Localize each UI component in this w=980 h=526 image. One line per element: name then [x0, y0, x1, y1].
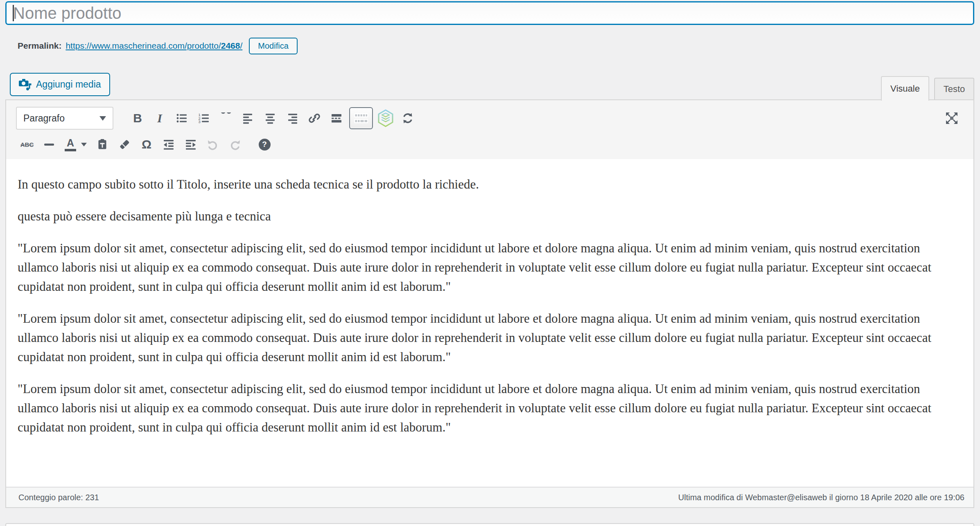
indent-button[interactable] — [180, 134, 202, 155]
distraction-free-button[interactable] — [941, 108, 963, 129]
eraser-icon — [118, 138, 131, 151]
read-more-icon — [330, 112, 343, 124]
add-media-label: Aggiungi media — [36, 79, 101, 90]
media-icon — [19, 78, 32, 91]
permalink-label: Permalink: — [18, 41, 61, 51]
editor-paragraph: "Lorem ipsum dolor sit amet, consectetur… — [18, 309, 961, 366]
word-count: Conteggio parole: 231 — [18, 493, 99, 502]
outdent-button[interactable] — [158, 134, 180, 155]
align-left-button[interactable] — [237, 108, 259, 129]
plugin-hexagon-button[interactable] — [375, 108, 397, 129]
paste-text-icon — [96, 138, 108, 151]
word-count-value: 231 — [85, 493, 99, 502]
tab-visual-editor[interactable]: Visuale — [881, 76, 929, 101]
undo-icon — [207, 138, 219, 151]
refresh-icon — [401, 112, 414, 125]
tab-text-editor[interactable]: Testo — [934, 78, 974, 99]
hexagon-cube-icon — [377, 109, 394, 127]
permalink-url-base: https://www.mascherinead.com/prodotto/ — [65, 41, 221, 50]
link-icon — [308, 112, 321, 125]
text-color-letter: A — [67, 137, 74, 148]
redo-button[interactable] — [224, 134, 246, 155]
next-metabox-edge — [5, 523, 974, 526]
format-select-value: Paragrafo — [23, 113, 65, 124]
bold-icon: B — [133, 111, 142, 125]
bullet-list-button[interactable] — [171, 108, 193, 129]
align-center-button[interactable] — [259, 108, 281, 129]
editor-paragraph: "Lorem ipsum dolor sit amet, consectetur… — [18, 379, 961, 437]
refresh-button[interactable] — [397, 108, 419, 129]
redo-icon — [229, 138, 241, 151]
toolbar-row-2: ABC A — [16, 132, 965, 157]
strikethrough-button[interactable]: ABC — [16, 134, 38, 155]
editor-container: Paragrafo B I 1 — [5, 99, 974, 508]
align-center-icon — [264, 112, 276, 124]
strikethrough-icon: ABC — [20, 141, 34, 148]
word-count-label: Conteggio parole: — [18, 493, 83, 502]
chevron-down-icon — [99, 116, 106, 121]
toolbar-toggle-icon — [354, 112, 368, 124]
numbered-list-button[interactable]: 1 2 3 — [193, 108, 215, 129]
text-color-swatch — [65, 149, 76, 151]
editor-paragraph: questa può essere decisamente più lunga … — [18, 207, 961, 226]
text-caret — [13, 5, 14, 21]
outdent-icon — [163, 138, 175, 151]
italic-icon: I — [157, 111, 162, 125]
align-left-icon — [242, 112, 254, 124]
edit-permalink-button[interactable]: Modifica — [249, 38, 297, 54]
bullet-list-icon — [176, 112, 188, 124]
permalink-trailing-slash: / — [240, 41, 242, 50]
numbered-list-icon: 1 2 3 — [198, 112, 210, 124]
horizontal-rule-button[interactable] — [38, 134, 60, 155]
visual-editor-body[interactable]: In questo campo subito sotto il Titolo, … — [6, 159, 973, 487]
special-character-button[interactable]: Ω — [135, 134, 158, 155]
bold-button[interactable]: B — [126, 108, 149, 129]
paste-as-text-button[interactable] — [91, 134, 113, 155]
clear-formatting-button[interactable] — [113, 134, 135, 155]
permalink-link[interactable]: https://www.mascherinead.com/prodotto/24… — [65, 41, 242, 51]
indent-icon — [185, 138, 197, 151]
keyboard-shortcuts-help-button[interactable]: ? — [253, 134, 275, 155]
italic-button[interactable]: I — [149, 108, 171, 129]
text-color-icon: A — [65, 137, 76, 151]
insert-link-button[interactable] — [303, 108, 325, 129]
format-select[interactable]: Paragrafo — [16, 107, 113, 130]
svg-text:3: 3 — [199, 119, 201, 124]
align-right-icon — [286, 112, 298, 124]
text-color-button[interactable]: A — [60, 134, 91, 155]
expand-icon — [944, 111, 959, 126]
tab-text-label: Testo — [944, 84, 965, 94]
blockquote-icon: “ — [219, 112, 233, 124]
help-icon: ? — [259, 139, 271, 151]
post-title-input[interactable] — [5, 1, 974, 25]
read-more-button[interactable] — [325, 108, 348, 129]
permalink-row: Permalink: https://www.mascherinead.com/… — [18, 35, 298, 56]
add-media-button[interactable]: Aggiungi media — [10, 73, 110, 96]
align-right-button[interactable] — [281, 108, 303, 129]
editor-status-bar: Conteggio parole: 231 Ultima modifica di… — [6, 487, 973, 507]
toolbar-row-1: Paragrafo B I 1 — [16, 104, 965, 132]
tab-visual-label: Visuale — [890, 83, 920, 94]
permalink-slug: 2468 — [221, 41, 240, 50]
editor-toolbar: Paragrafo B I 1 — [6, 100, 973, 161]
editor-paragraph: "Lorem ipsum dolor sit amet, consectetur… — [18, 238, 961, 296]
text-color-caret-icon[interactable] — [81, 143, 87, 146]
toolbar-toggle-button[interactable] — [349, 107, 373, 129]
last-modified-text: Ultima modifica di Webmaster@elisaweb il… — [678, 493, 964, 502]
blockquote-button[interactable]: “ — [215, 108, 237, 129]
omega-icon: Ω — [142, 137, 151, 151]
editor-paragraph: In questo campo subito sotto il Titolo, … — [18, 175, 961, 194]
undo-button[interactable] — [202, 134, 224, 155]
horizontal-rule-icon — [44, 144, 54, 146]
